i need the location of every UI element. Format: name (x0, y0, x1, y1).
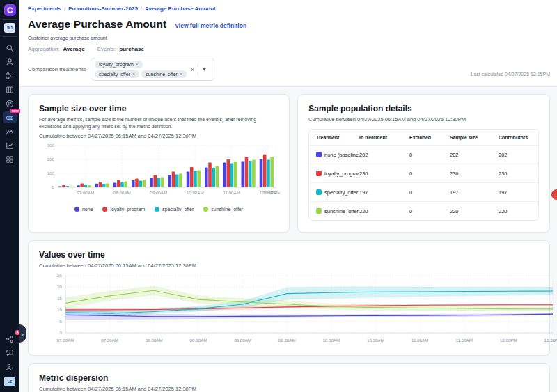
svg-text:07:00AM: 07:00AM (77, 190, 94, 195)
svg-text:08:00AM: 08:00AM (113, 190, 131, 195)
svg-text:10:00AM: 10:00AM (187, 190, 204, 195)
events-label: Events: (97, 46, 116, 52)
treatments-multiselect[interactable]: loyalty_program×specialty_offer×sunshine… (91, 58, 214, 81)
table-row[interactable]: specialty_offer1970197197 (309, 182, 538, 201)
table-header-cell: In treatment (359, 135, 409, 140)
chevron-down-icon[interactable]: ▼ (198, 67, 210, 72)
metric-dispersion-card: Metric dispersion Cumulative between 04/… (28, 363, 550, 392)
svg-text:5: 5 (60, 319, 63, 324)
table-cell: 236 (359, 171, 409, 177)
treatment-cell: specialty_offer (316, 189, 359, 196)
legend-dot (102, 207, 107, 212)
table-header-cell: Contributors (499, 135, 538, 140)
svg-text:100: 100 (47, 171, 55, 175)
main-content: Experiments/Promotions-Summer-2025/Avera… (19, 0, 557, 392)
treatment-label: specialty_offer (324, 189, 358, 196)
legend-label: none (82, 207, 93, 212)
chip-remove-icon[interactable]: × (180, 72, 182, 77)
table-header-row: TreatmentIn treatmentExcludedSample size… (309, 130, 538, 145)
legend-item[interactable]: loyalty_program (102, 207, 145, 212)
workspace-avatar[interactable]: WJ (4, 23, 15, 33)
treatment-chip[interactable]: specialty_offer× (95, 70, 139, 78)
sample-size-title: Sample size over time (39, 104, 278, 113)
breadcrumb-item[interactable]: Average Purchase Amount (145, 6, 216, 12)
users-icon[interactable] (3, 56, 17, 68)
cards-area: Sample size over time For average metric… (19, 87, 557, 392)
values-subtitle: Cumulative between 04/27/2025 06:15AM an… (39, 262, 539, 269)
clear-all-icon[interactable]: × (187, 66, 198, 73)
breadcrumb: Experiments/Promotions-Summer-2025/Avera… (28, 6, 549, 12)
chevron-right-icon: ▶ (22, 331, 25, 336)
table-cell: 0 (409, 152, 450, 158)
treatment-cell: sunshine_offer (316, 208, 359, 214)
treatment-chip[interactable]: loyalty_program× (95, 61, 143, 68)
treatment-chip[interactable]: sunshine_offer× (141, 70, 187, 78)
treatment-cell: none (baseline) (316, 152, 359, 158)
apps-grid-icon[interactable] (3, 153, 17, 165)
table-cell: 202 (450, 152, 499, 158)
table-cell: 197 (359, 189, 409, 196)
treatment-chip-label: sunshine_offer (146, 72, 178, 77)
svg-text:200: 200 (47, 157, 55, 162)
table-cell: 202 (499, 152, 538, 158)
legend-item[interactable]: sunshine_offer (203, 207, 243, 212)
page-title: Average Purchase Amount (28, 18, 166, 31)
population-title: Sample population details (308, 104, 539, 113)
metrics-chart-icon[interactable] (3, 139, 17, 151)
breadcrumb-item[interactable]: Experiments (28, 6, 61, 12)
svg-text:07:30AM: 07:30AM (101, 338, 118, 343)
metric-description: Customer average purchase amount (28, 36, 549, 40)
svg-text:25: 25 (57, 273, 62, 278)
pulse-icon[interactable] (3, 97, 17, 109)
view-metric-definition-link[interactable]: View full metric definition (175, 22, 246, 29)
treatment-label: none (baseline) (324, 152, 359, 158)
legend-item[interactable]: none (74, 207, 93, 212)
chip-remove-icon[interactable]: × (136, 62, 139, 67)
values-title: Values over time (39, 250, 539, 260)
table-cell: 202 (359, 152, 409, 158)
sample-size-bar-chart: 010020030007:00AM08:00AM09:00AM10:00AM11… (39, 141, 280, 203)
app-root: WJ (0, 0, 557, 392)
sidebar-divider (3, 36, 17, 37)
table-row[interactable]: loyalty_program2360236236 (309, 164, 538, 182)
table-row[interactable]: none (baseline)2020202202 (309, 145, 538, 164)
sample-size-subtitle: Cumulative between 04/27/2025 06:15AM an… (39, 133, 278, 139)
table-row[interactable]: sunshine_offer2200220220 (309, 201, 538, 220)
search-icon[interactable] (3, 42, 17, 54)
legend-item[interactable]: specialty_offer (155, 207, 194, 212)
legend-dot (74, 207, 79, 212)
feature-gates-icon[interactable] (3, 70, 17, 81)
breadcrumb-item[interactable]: Promotions-Summer-2025 (68, 6, 138, 12)
help-chat-icon[interactable] (3, 347, 17, 359)
svg-text:08:00AM: 08:00AM (146, 338, 163, 343)
notification-dot[interactable] (551, 189, 557, 200)
new-badge: NEW (10, 109, 20, 113)
svg-text:09:30AM: 09:30AM (278, 338, 296, 343)
svg-text:0: 0 (60, 330, 63, 335)
insights-icon[interactable] (3, 125, 17, 137)
table-cell: 220 (359, 208, 409, 214)
svg-text:12:00PM: 12:00PM (500, 338, 517, 343)
user-avatar[interactable]: LS (4, 377, 15, 386)
svg-text:11:30AM: 11:30AM (456, 338, 473, 343)
sample-size-card: Sample size over time For average metric… (28, 94, 290, 233)
svg-text:09:00AM: 09:00AM (150, 190, 167, 195)
segments-columns-icon[interactable] (3, 84, 17, 95)
legend-dot (155, 207, 159, 212)
svg-text:10:30AM: 10:30AM (367, 338, 384, 343)
legend-dot (203, 207, 208, 212)
table-cell: 0 (409, 189, 450, 196)
svg-text:0: 0 (52, 185, 55, 189)
aggregation-row: Aggregation: Average Events: purchase (28, 46, 549, 52)
chip-remove-icon[interactable]: × (132, 72, 135, 77)
invite-user-icon[interactable] (3, 361, 17, 373)
experiments-icon-active[interactable]: NEW (3, 111, 17, 123)
treatment-chips: loyalty_program×specialty_offer×sunshine… (95, 61, 187, 78)
values-line-chart: 051015202507:00AM07:30AM08:00AM08:30AM09… (39, 272, 557, 350)
comparison-treatments-label: Comparison treatments (28, 66, 91, 72)
sidebar-divider (3, 19, 17, 20)
ai-assistant-icon[interactable]: AI (3, 333, 17, 345)
statsig-logo-icon[interactable] (4, 4, 16, 16)
svg-text:10:00AM: 10:00AM (322, 338, 340, 343)
bar-chart-legend: noneloyalty_programspecialty_offersunshi… (39, 207, 278, 212)
